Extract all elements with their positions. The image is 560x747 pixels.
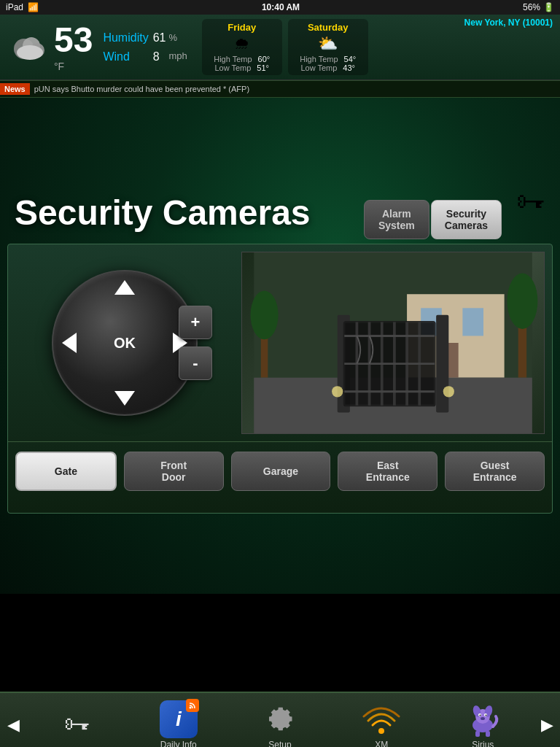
forecast-friday: Friday 🌧 High Temp 60° Low Temp 51° [202, 19, 282, 75]
camera-front-door-button[interactable]: Front Door [124, 452, 224, 491]
keys-decoration-icon: 🗝 [516, 185, 545, 218]
nav-item-keys[interactable]: 🗝 [48, 705, 106, 745]
dpad-container: OK + - [8, 244, 241, 441]
xm-icon [362, 700, 400, 738]
camera-panel: OK + - [7, 244, 553, 514]
camera-feed [241, 252, 545, 434]
weather-temp: 53 °F [54, 23, 93, 72]
dpad-down-arrow[interactable] [114, 391, 135, 406]
svg-point-37 [486, 715, 487, 716]
news-bar: News pUN says Bhutto murder could have b… [0, 80, 560, 98]
forecast-saturday-name: Saturday [308, 22, 349, 33]
main-wrapper: Security Cameras 🗝 Alarm System Security… [0, 98, 560, 747]
weather-details: Humidity Wind [103, 28, 148, 66]
saturday-high: 54° [344, 55, 357, 63]
svg-point-29 [378, 728, 384, 734]
nav-item-setup[interactable]: Setup [251, 700, 309, 747]
sirius-dog-icon [464, 700, 502, 738]
weather-location: New York, NY (10001) [464, 18, 553, 28]
humidity-label: Humidity [103, 28, 148, 47]
svg-point-28 [189, 707, 191, 709]
tab-container: Alarm System Security Cameras [364, 200, 502, 239]
saturday-low: 43° [343, 63, 355, 72]
svg-point-12 [250, 290, 278, 339]
status-right: 56% 🔋 [523, 2, 554, 12]
temperature-unit: °F [54, 61, 93, 72]
nav-xm-label: XM [375, 740, 388, 747]
setup-gear-icon [261, 700, 299, 738]
news-label: News [0, 83, 30, 95]
svg-rect-15 [436, 315, 448, 413]
dpad-ok-button[interactable]: OK [114, 335, 136, 352]
svg-rect-39 [475, 731, 480, 737]
directional-pad[interactable]: OK [52, 270, 198, 416]
friday-low: 51° [257, 63, 269, 72]
device-label: iPad [6, 2, 23, 12]
news-text: pUN says Bhutto murder could have been p… [34, 85, 249, 93]
friday-low-label: Low Temp [214, 63, 251, 72]
forecast-friday-name: Friday [228, 22, 256, 33]
weather-bar: New York, NY (10001) 53 °F Humidity Wind… [0, 15, 560, 80]
status-bar: iPad 📶 10:40 AM 56% 🔋 [0, 0, 560, 15]
status-time: 10:40 AM [262, 2, 300, 12]
nav-left-arrow[interactable]: ◀ [0, 692, 26, 747]
weather-values: 61 8 [153, 28, 166, 66]
forecast-saturday-icon: ⛅ [318, 34, 338, 53]
camera-controls-row: OK + - [8, 244, 552, 441]
humidity-value: 61 [153, 28, 166, 47]
temperature-value: 53 [54, 23, 93, 58]
svg-point-3 [17, 45, 43, 60]
dpad-up-arrow[interactable] [114, 280, 135, 295]
svg-point-36 [480, 715, 481, 716]
svg-point-10 [507, 274, 537, 329]
nav-items: 🗝 i [26, 700, 534, 747]
friday-high: 60° [258, 55, 271, 63]
weather-icon [6, 22, 50, 73]
forecast-friday-icon: 🌧 [234, 34, 250, 53]
svg-rect-7 [462, 308, 483, 336]
wind-value: 8 [153, 47, 166, 66]
svg-point-38 [481, 717, 485, 720]
zoom-buttons: + - [179, 306, 212, 380]
nav-setup-label: Setup [268, 740, 291, 747]
nav-daily-info-label: Daily Info [160, 740, 197, 747]
status-left: iPad 📶 [6, 2, 39, 12]
svg-point-27 [443, 386, 454, 397]
forecast-saturday: Saturday ⛅ High Temp 54° Low Temp 43° [288, 19, 368, 75]
camera-east-entrance-button[interactable]: East Entrance [338, 452, 438, 491]
humidity-unit: % [168, 29, 187, 47]
bottom-nav: ◀ 🗝 i [0, 692, 560, 747]
camera-garage-button[interactable]: Garage [231, 452, 331, 491]
saturday-low-label: Low Temp [300, 63, 337, 72]
battery-icon: 🔋 [543, 2, 554, 12]
weather-units: % mph [168, 29, 187, 65]
nav-item-xm[interactable]: XM [352, 700, 411, 747]
keys-nav-icon: 🗝 [58, 705, 96, 743]
zoom-in-button[interactable]: + [179, 306, 212, 339]
wind-unit: mph [168, 47, 187, 66]
daily-info-icon: i [160, 700, 198, 738]
gate-camera-image [242, 252, 544, 433]
main-content: Security Cameras 🗝 Alarm System Security… [0, 98, 560, 594]
svg-rect-40 [486, 731, 490, 737]
saturday-high-label: High Temp [300, 55, 338, 63]
battery-label: 56% [523, 2, 540, 12]
friday-high-label: High Temp [214, 55, 252, 63]
tab-security-cameras[interactable]: Security Cameras [431, 200, 502, 239]
camera-gate-button[interactable]: Gate [15, 452, 117, 491]
forecast-container: Friday 🌧 High Temp 60° Low Temp 51° Satu… [202, 19, 368, 75]
camera-guest-entrance-button[interactable]: Guest Entrance [445, 452, 545, 491]
nav-sirius-label: Sirius [472, 740, 494, 747]
wifi-icon: 📶 [28, 2, 39, 12]
camera-selection: Gate Front Door Garage East Entrance Gue… [8, 441, 552, 500]
wind-label: Wind [103, 47, 148, 66]
page-title: Security Cameras [15, 193, 311, 233]
zoom-out-button[interactable]: - [179, 347, 212, 380]
nav-item-daily-info[interactable]: i Daily Info [149, 700, 208, 747]
svg-point-26 [332, 386, 343, 397]
tab-alarm-system[interactable]: Alarm System [364, 200, 429, 239]
nav-item-sirius[interactable]: Sirius [454, 700, 512, 747]
dpad-left-arrow[interactable] [62, 333, 77, 353]
nav-right-arrow[interactable]: ▶ [534, 692, 560, 747]
